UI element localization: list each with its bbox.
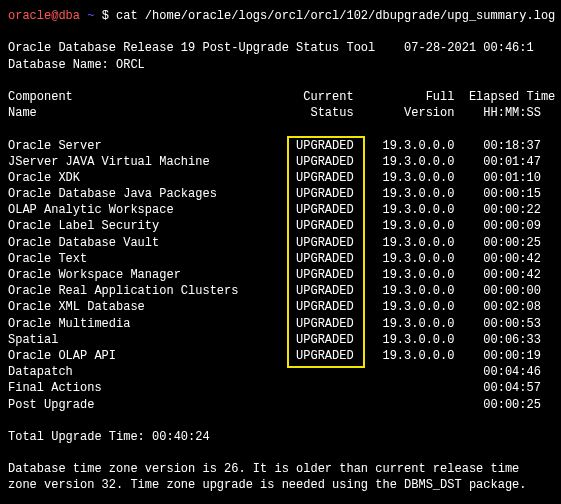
command-text: cat /home/oracle/logs/orcl/orcl/102/dbup… xyxy=(116,9,555,23)
table-row: Oracle XML Database UPGRADED 19.3.0.0.0 … xyxy=(8,299,553,315)
table-row: Oracle Database Vault UPGRADED 19.3.0.0.… xyxy=(8,235,553,251)
table-row: Spatial UPGRADED 19.3.0.0.0 00:06:33 xyxy=(8,332,553,348)
table-row: Oracle Database Java Packages UPGRADED 1… xyxy=(8,186,553,202)
table-row: Oracle Multimedia UPGRADED 19.3.0.0.0 00… xyxy=(8,316,553,332)
table-row: Post Upgrade 00:00:25 xyxy=(8,397,553,413)
table-row: Oracle Real Application Clusters UPGRADE… xyxy=(8,283,553,299)
table-row: Oracle XDK UPGRADED 19.3.0.0.0 00:01:10 xyxy=(8,170,553,186)
prompt-user: oracle@dba xyxy=(8,9,80,23)
table-row: Oracle Label Security UPGRADED 19.3.0.0.… xyxy=(8,218,553,234)
table-row: OLAP Analytic Workspace UPGRADED 19.3.0.… xyxy=(8,202,553,218)
prompt-dollar: $ xyxy=(102,9,109,23)
total-upgrade-time: Total Upgrade Time: 00:40:24 xyxy=(8,429,553,445)
table-row: Oracle Workspace Manager UPGRADED 19.3.0… xyxy=(8,267,553,283)
column-header-2: Name Status Version HH:MM:SS xyxy=(8,105,553,121)
table-row: JServer JAVA Virtual Machine UPGRADED 19… xyxy=(8,154,553,170)
table-row: Oracle OLAP API UPGRADED 19.3.0.0.0 00:0… xyxy=(8,348,553,364)
column-header-1: Component Current Full Elapsed Time xyxy=(8,89,553,105)
tz-note-2: zone version 32. Time zone upgrade is ne… xyxy=(8,477,553,493)
tz-note-1: Database time zone version is 26. It is … xyxy=(8,461,553,477)
prompt-line[interactable]: oracle@dba ~ $ cat /home/oracle/logs/orc… xyxy=(8,8,553,24)
table-row: Datapatch 00:04:46 xyxy=(8,364,553,380)
header-line: Oracle Database Release 19 Post-Upgrade … xyxy=(8,40,553,56)
db-name: Database Name: ORCL xyxy=(8,57,553,73)
table-row: Final Actions 00:04:57 xyxy=(8,380,553,396)
table-row: Oracle Server UPGRADED 19.3.0.0.0 00:18:… xyxy=(8,138,553,154)
prompt-tilde: ~ xyxy=(87,9,94,23)
table-row: Oracle Text UPGRADED 19.3.0.0.0 00:00:42 xyxy=(8,251,553,267)
